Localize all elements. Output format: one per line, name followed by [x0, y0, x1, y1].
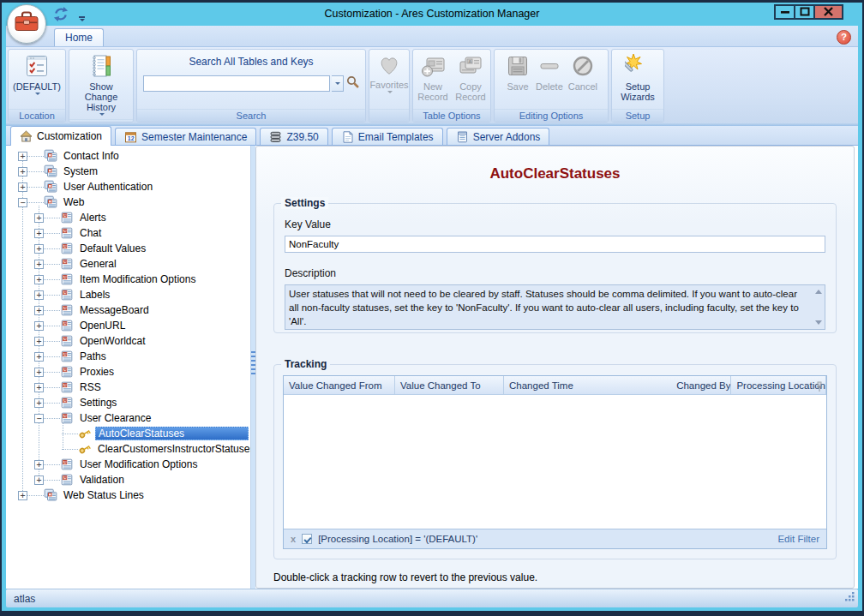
- tree-expander[interactable]: +: [34, 398, 44, 408]
- remove-filter-icon[interactable]: x: [291, 535, 296, 544]
- tree-expander[interactable]: +: [18, 491, 27, 500]
- tree-connector: [44, 341, 60, 342]
- edit-filter-link[interactable]: Edit Filter: [777, 534, 819, 544]
- tree-item[interactable]: + A Item Modification Options: [6, 272, 250, 287]
- tree-expander[interactable]: +: [34, 275, 44, 284]
- tree-item[interactable]: + A User Modification Options: [6, 457, 250, 472]
- filter-checkbox[interactable]: [302, 534, 312, 544]
- scroll-up-icon[interactable]: [815, 290, 822, 294]
- customization-tree-panel: + Contact Info + System: [6, 146, 250, 589]
- tree-expander[interactable]: +: [34, 244, 44, 254]
- tracking-column-header[interactable]: Changed Time: [504, 376, 671, 394]
- cancel-button[interactable]: Cancel: [566, 51, 600, 93]
- tree-item[interactable]: + A Proxies: [6, 364, 250, 380]
- heart-icon: [376, 53, 402, 79]
- default-location-button[interactable]: (DEFAULT): [10, 51, 63, 97]
- tree-item[interactable]: + Web Status Lines: [6, 487, 250, 503]
- table-icon: A: [60, 380, 74, 394]
- show-change-history-button[interactable]: Show Change History: [70, 51, 132, 117]
- tree-item[interactable]: + Contact Info: [6, 148, 250, 164]
- tree-item[interactable]: + A MessageBoard: [6, 302, 250, 318]
- tree-expander[interactable]: −: [18, 198, 27, 207]
- doc-tab[interactable]: Server Addons: [447, 128, 550, 145]
- tree-expander[interactable]: +: [34, 475, 44, 485]
- window-title: Customization - Ares Customization Manag…: [2, 3, 862, 26]
- tree-expander[interactable]: +: [34, 306, 44, 315]
- tracking-grid: Value Changed From Value Changed To Chan…: [283, 375, 827, 549]
- tree-item[interactable]: + A RSS: [6, 380, 250, 395]
- tree-expander[interactable]: +: [18, 152, 27, 161]
- tree-expander[interactable]: +: [34, 321, 44, 331]
- tree-expander[interactable]: +: [34, 383, 44, 392]
- tracking-column-header[interactable]: Value Changed To: [395, 376, 504, 394]
- tree-expander[interactable]: −: [34, 414, 44, 423]
- tree-item-label: RSS: [77, 380, 104, 394]
- tree-item[interactable]: + A Default Values: [6, 241, 250, 256]
- app-window: Customization - Ares Customization Manag…: [0, 0, 864, 616]
- qat-dropdown-icon[interactable]: [79, 11, 85, 21]
- scroll-down-icon[interactable]: [815, 320, 822, 325]
- tree-item[interactable]: + System: [6, 164, 250, 179]
- key-value-input[interactable]: [285, 236, 825, 253]
- magnifier-icon[interactable]: [345, 75, 360, 93]
- save-button[interactable]: Save: [502, 51, 533, 93]
- doc-tab[interactable]: Email Templates: [332, 128, 443, 145]
- tree-item[interactable]: + A Chat: [6, 225, 250, 241]
- table-group-icon: [44, 164, 57, 178]
- tree-item[interactable]: + A OpenWorldcat: [6, 333, 250, 349]
- tree-expander[interactable]: +: [34, 229, 44, 238]
- minimize-button[interactable]: [774, 4, 795, 20]
- favorites-button[interactable]: Favorites: [369, 51, 410, 95]
- tree-expander[interactable]: +: [34, 260, 44, 269]
- delete-button[interactable]: Delete: [533, 51, 566, 93]
- copy-record-button[interactable]: A Copy Record: [452, 51, 489, 104]
- search-input[interactable]: [143, 75, 330, 92]
- tree-item[interactable]: ClearCustomersInstructorStatuses: [6, 441, 250, 457]
- tree-item[interactable]: + User Authentication: [6, 179, 250, 194]
- tree-expander[interactable]: +: [34, 213, 44, 223]
- tree-item[interactable]: + A Validation: [6, 472, 250, 487]
- tree-item[interactable]: + A Labels: [6, 287, 250, 302]
- document-tab-strip: Customization 12 Semester Maintenance Z3…: [6, 126, 858, 146]
- tree-item-label: Settings: [77, 396, 119, 410]
- tree-connector: [44, 326, 60, 326]
- tree-item[interactable]: + A General: [6, 256, 250, 272]
- description-field[interactable]: User statuses that will not need to be c…: [285, 284, 825, 330]
- tree-item[interactable]: − Web: [6, 194, 250, 210]
- sync-icon[interactable]: [51, 5, 70, 27]
- application-button[interactable]: [7, 4, 46, 44]
- ribbon: (DEFAULT) Location Show Change History M…: [6, 46, 858, 123]
- doc-tab[interactable]: Z39.50: [260, 128, 327, 145]
- tracking-column-header[interactable]: Value Changed From: [284, 376, 395, 394]
- maximize-button[interactable]: [794, 4, 815, 20]
- new-record-button[interactable]: New Record: [414, 51, 452, 104]
- tree-expander[interactable]: +: [34, 337, 44, 346]
- tree-connector: [44, 480, 60, 481]
- tree-item[interactable]: + A OpenURL: [6, 318, 250, 333]
- tree-expander[interactable]: +: [34, 460, 44, 469]
- doc-tab[interactable]: Customization: [10, 126, 111, 146]
- tree-expander[interactable]: +: [34, 290, 44, 300]
- tree-item-label: User Modification Options: [77, 458, 200, 471]
- search-dropdown-button[interactable]: [332, 75, 344, 92]
- tree-item[interactable]: + A Alerts: [6, 210, 250, 225]
- tree-item-label: MessageBoard: [77, 303, 152, 317]
- tracking-column-header[interactable]: Changed By: [671, 376, 731, 394]
- pin-icon[interactable]: [815, 380, 824, 396]
- help-button[interactable]: ?: [837, 30, 851, 45]
- tree-expander[interactable]: +: [18, 182, 27, 192]
- tab-home[interactable]: Home: [54, 28, 104, 46]
- close-button[interactable]: [813, 4, 843, 20]
- tracking-grid-body[interactable]: [284, 395, 826, 529]
- setup-wizards-button[interactable]: Setup Wizards: [614, 51, 662, 104]
- tree-item[interactable]: + A Settings: [6, 395, 250, 410]
- tracking-column-header[interactable]: Processing Location: [731, 376, 826, 394]
- tree-item[interactable]: + A Paths: [6, 349, 250, 364]
- tree-expander[interactable]: +: [18, 167, 27, 176]
- resize-grip-icon[interactable]: [844, 591, 855, 605]
- tree-expander[interactable]: +: [34, 368, 44, 377]
- tree-expander[interactable]: +: [34, 352, 44, 362]
- doc-tab[interactable]: 12 Semester Maintenance: [115, 128, 256, 145]
- tree-item[interactable]: − A User Clearance: [6, 410, 250, 426]
- tree-item[interactable]: AutoClearStatuses: [6, 426, 250, 441]
